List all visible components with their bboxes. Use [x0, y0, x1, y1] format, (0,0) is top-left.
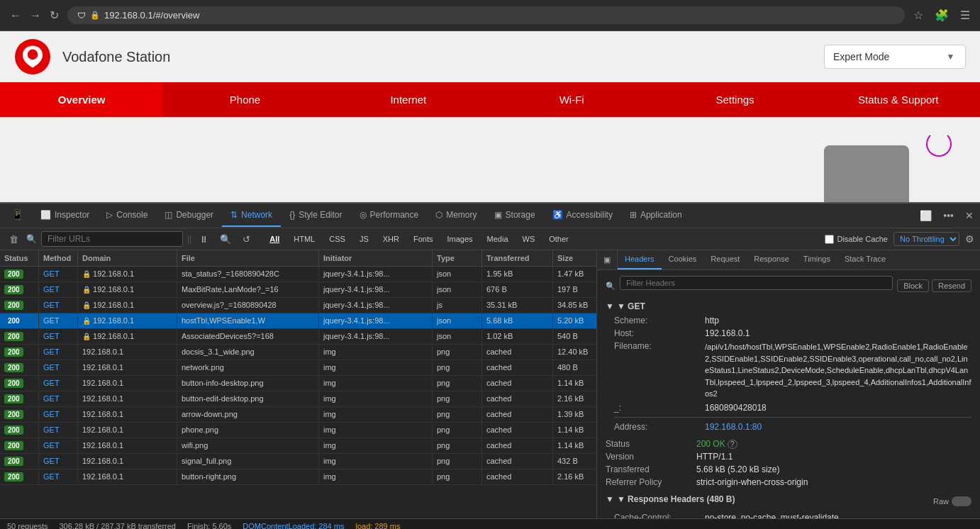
table-row[interactable]: 200 GET 🔒 192.168.0.1 sta_status?_=16808… [0, 267, 596, 282]
nav-item-internet[interactable]: Internet [327, 82, 490, 117]
table-row[interactable]: 200 GET 192.168.0.1 wifi.png img png cac… [0, 438, 596, 454]
filter-other[interactable]: Other [543, 233, 574, 245]
table-row[interactable]: 200 GET 192.168.0.1 button-edit-desktop.… [0, 391, 596, 407]
tab-application[interactable]: ⊞ Application [621, 204, 691, 227]
get-section-header[interactable]: ▼ ▼ GET [606, 301, 971, 311]
network-panel: 🗑 🔍 || ⏸ 🔍 ↺ All HTML CSS JS XHR Fonts I… [0, 228, 980, 529]
disable-cache-checkbox[interactable] [825, 235, 834, 244]
raw-toggle-switch[interactable] [952, 496, 971, 506]
back-button[interactable]: ← [7, 6, 24, 25]
filter-all[interactable]: All [264, 233, 285, 245]
td-initiator: img [319, 407, 433, 422]
devtools-responsive-icon[interactable]: 📱 [3, 204, 32, 228]
filter-xhr[interactable]: XHR [377, 233, 405, 245]
tab-performance[interactable]: ◎ Performance [351, 204, 428, 227]
devtools-controls: ⬜ ••• ✕ [916, 208, 977, 223]
table-row[interactable]: 200 GET 192.168.0.1 button-info-desktop.… [0, 376, 596, 391]
td-size: 1.39 kB [553, 407, 597, 422]
filter-headers-input[interactable] [620, 276, 893, 290]
close-devtools-button[interactable]: ✕ [962, 208, 977, 223]
tab-inspector[interactable]: ⬜ Inspector [32, 204, 98, 227]
inspector-icon: ⬜ [40, 210, 51, 220]
table-row[interactable]: 200 GET 192.168.0.1 signal_full.png img … [0, 454, 596, 469]
details-tab-timings[interactable]: Timings [796, 250, 837, 269]
nav-item-overview[interactable]: Overview [0, 82, 163, 117]
extensions-button[interactable]: 🧩 [932, 6, 952, 25]
nav-item-phone[interactable]: Phone [163, 82, 326, 117]
filter-media[interactable]: Media [481, 233, 514, 245]
table-row[interactable]: 200 GET 192.168.0.1 phone.png img png ca… [0, 423, 596, 438]
th-file: File [177, 250, 319, 266]
table-row[interactable]: 200 GET 🔒 192.168.0.1 MaxBitRate,LanMode… [0, 282, 596, 298]
filter-css[interactable]: CSS [323, 233, 351, 245]
table-row[interactable]: 200 GET 192.168.0.1 button-right.png img… [0, 469, 596, 485]
td-domain: 192.168.0.1 [78, 360, 177, 375]
filter-fonts[interactable]: Fonts [408, 233, 439, 245]
network-settings-button[interactable]: ⚙ [965, 233, 974, 245]
table-row[interactable]: 200 GET 192.168.0.1 docsis_3.1_wide.png … [0, 345, 596, 360]
details-tab-cookies[interactable]: Cookies [662, 250, 704, 269]
td-initiator: img [319, 438, 433, 453]
clear-network-button[interactable]: 🗑 [6, 232, 22, 247]
td-method: GET [39, 360, 78, 375]
table-row[interactable]: 200 GET 192.168.0.1 arrow-down.png img p… [0, 407, 596, 423]
th-status: Status [0, 250, 39, 266]
details-tab-request[interactable]: Request [703, 250, 747, 269]
help-icon[interactable]: ? [728, 440, 737, 449]
td-file: wifi.png [177, 438, 319, 453]
tab-style-editor[interactable]: {} Style Editor [281, 204, 350, 227]
td-method: GET [39, 407, 78, 422]
tab-storage[interactable]: ▣ Storage [486, 204, 544, 227]
block-button[interactable]: Block [897, 279, 929, 292]
tab-memory[interactable]: ⬡ Memory [427, 204, 485, 227]
filter-js[interactable]: JS [354, 233, 374, 245]
panel-menu-button[interactable]: ▣ [600, 253, 614, 267]
filter-separator: || [187, 234, 191, 244]
disable-cache-label[interactable]: Disable Cache [825, 235, 888, 244]
pause-button[interactable]: ⏸ [196, 232, 212, 247]
nav-item-status[interactable]: Status & Support [817, 82, 980, 117]
table-row[interactable]: 200 GET 🔒 192.168.0.1 overview.js?_=1680… [0, 298, 596, 313]
refresh-button[interactable]: ↻ [47, 6, 62, 25]
resend-button[interactable]: Resend [932, 279, 971, 292]
details-tab-stack-trace[interactable]: Stack Trace [837, 250, 893, 269]
tab-debugger[interactable]: ◫ Debugger [156, 204, 222, 227]
td-type: png [433, 423, 482, 438]
th-transferred: Transferred [482, 250, 553, 266]
filter-images[interactable]: Images [441, 233, 478, 245]
details-tab-response[interactable]: Response [747, 250, 796, 269]
browser-actions: ☆ 🧩 ☰ [911, 6, 973, 25]
raw-toggle[interactable]: Raw [933, 496, 971, 506]
throttle-select[interactable]: No Throttling [893, 232, 959, 246]
nav-item-settings[interactable]: Settings [653, 82, 816, 117]
td-file: signal_full.png [177, 454, 319, 469]
filter-urls-input[interactable] [41, 231, 183, 247]
filename-label: Filename: [614, 341, 699, 351]
tab-console[interactable]: ▷ Console [98, 204, 156, 227]
details-tab-headers[interactable]: Headers [618, 250, 662, 269]
detail-row-status: Status 200 OK ? [606, 439, 971, 449]
dock-button[interactable]: ⬜ [916, 208, 935, 223]
filter-ws[interactable]: WS [517, 233, 541, 245]
table-body: 200 GET 🔒 192.168.0.1 sta_status?_=16808… [0, 267, 596, 485]
nav-item-wifi[interactable]: Wi-Fi [490, 82, 653, 117]
expert-mode-dropdown[interactable]: Expert Mode ▼ [824, 45, 966, 69]
th-type: Type [433, 250, 482, 266]
forward-button[interactable]: → [27, 6, 44, 25]
address-bar[interactable]: 🛡 🔒 192.168.0.1/#/overview [67, 6, 905, 24]
search-button[interactable]: 🔍 [216, 232, 235, 247]
tab-accessibility[interactable]: ♿ Accessibility [544, 204, 621, 227]
more-options-button[interactable]: ••• [940, 208, 957, 223]
bookmark-button[interactable]: ☆ [911, 6, 926, 25]
table-row[interactable]: 200 GET 🔒 192.168.0.1 AssociatedDevices5… [0, 329, 596, 345]
filter-html[interactable]: HTML [288, 233, 321, 245]
table-row-selected[interactable]: 200 GET 🔒 192.168.0.1 hostTbl,WPSEnable1… [0, 313, 596, 329]
menu-button[interactable]: ☰ [957, 6, 973, 25]
td-transferred: cached [482, 360, 553, 375]
detail-row-transferred: Transferred 5.68 kB (5.20 kB size) [606, 464, 971, 474]
table-row[interactable]: 200 GET 192.168.0.1 network.png img png … [0, 360, 596, 376]
reload-button[interactable]: ↺ [239, 232, 254, 247]
tab-network[interactable]: ⇅ Network [222, 204, 281, 227]
response-headers-collapse[interactable]: ▼ ▼ Response Headers (480 B) [606, 494, 735, 504]
td-domain: 192.168.0.1 [78, 423, 177, 438]
